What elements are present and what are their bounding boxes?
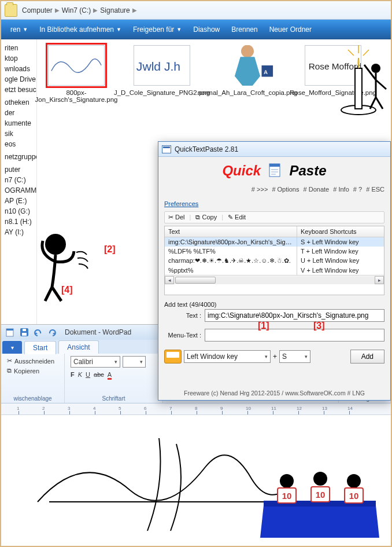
tab-start[interactable]: Start xyxy=(24,341,56,354)
address-bar[interactable]: Computer▶ Win7 (C:)▶ Signature▶ xyxy=(1,1,391,20)
cmd-slideshow[interactable]: Diashow xyxy=(187,23,225,36)
nav-item[interactable]: puter xyxy=(1,164,36,175)
cell-shortcut: S + Left Window key xyxy=(297,237,384,247)
list-row[interactable]: %pptxt%V + Left Window key xyxy=(165,266,384,275)
cmd-newfolder[interactable]: Neuer Ordner xyxy=(264,23,317,36)
strike-button[interactable]: abc xyxy=(94,371,104,380)
nav-item[interactable]: ktop xyxy=(1,53,36,64)
nav-item[interactable]: der xyxy=(1,108,36,118)
qtp-menu-help[interactable]: # ? xyxy=(353,186,362,193)
chevron-right-icon: ▶ xyxy=(93,7,98,13)
plus-label: + xyxy=(273,353,277,361)
nav-item[interactable]: etzt besucht xyxy=(1,85,36,95)
scroll-thumb[interactable] xyxy=(175,277,216,284)
crumb[interactable]: Signature xyxy=(100,6,130,14)
svg-rect-16 xyxy=(23,329,26,331)
nav-item[interactable]: otheken xyxy=(1,97,36,108)
tab-view[interactable]: Ansicht xyxy=(58,340,98,354)
underline-button[interactable]: U xyxy=(86,371,90,380)
list-row[interactable]: %LDF% %LTF%T + Left Window key xyxy=(165,247,384,256)
qtp-menu-donate[interactable]: # Donate xyxy=(304,186,330,193)
svg-point-1 xyxy=(241,45,254,58)
chevron-right-icon: ▶ xyxy=(55,7,60,13)
nav-item[interactable]: riten xyxy=(1,43,36,53)
copy-icon: ⧉ xyxy=(195,214,202,221)
qtp-menu-esc[interactable]: # ESC xyxy=(366,186,384,193)
qtp-del-button[interactable]: ✂ Del xyxy=(168,214,185,221)
qtp-entry-list[interactable]: Text Keyboard Shortcuts img:C:\Signature… xyxy=(164,226,384,295)
nav-item[interactable]: wnloads xyxy=(1,64,36,74)
qtp-preferences-link[interactable]: Preferences xyxy=(164,200,198,207)
chevron-down-icon: ▾ xyxy=(265,354,268,359)
cell-text: %pptxt% xyxy=(165,266,297,275)
nav-item[interactable]: kumente xyxy=(1,118,36,129)
svg-rect-6 xyxy=(355,68,362,109)
qtp-titlebar[interactable]: QuickTextPaste 2.81 xyxy=(158,142,390,157)
svg-text:10: 10 xyxy=(349,491,359,501)
group-clipboard-label: wischenablage xyxy=(7,395,58,402)
qtp-edit-button[interactable]: ✎ Edit xyxy=(228,214,246,221)
file-thumbnail xyxy=(48,45,105,86)
file-item[interactable]: ᴀ normal_Ah_Lara_Croft_copia.png xyxy=(213,45,282,103)
svg-rect-28 xyxy=(269,164,280,167)
scroll-track[interactable] xyxy=(174,276,375,284)
doodle-judges: 101010 xyxy=(260,453,382,540)
list-row[interactable]: img:C:\Signature\800px-Jon_Kirsch's_Sign… xyxy=(165,237,384,247)
text-input[interactable] xyxy=(205,309,384,322)
wordpad-file-menu[interactable]: ▾ xyxy=(2,341,22,354)
cmd-burn[interactable]: Brennen xyxy=(225,23,263,36)
font-name-combo[interactable]: Calibri▾ xyxy=(71,356,120,368)
qtp-menu-more[interactable]: # >>> xyxy=(252,186,268,193)
list-row[interactable]: charmap:❤.❅.☀.☂.♞.✈.☠.★.☆.☺.❄.☃.✿.U + Le… xyxy=(165,256,384,266)
crumb[interactable]: Win7 (C:) xyxy=(62,6,91,14)
nav-item[interactable]: netzgruppe xyxy=(1,152,36,162)
scroll-right-button[interactable]: ▸ xyxy=(375,276,384,284)
cmd-include[interactable]: In Bibliothek aufnehmen▼ xyxy=(34,23,127,36)
scissors-icon: ✂ xyxy=(168,214,175,221)
nav-item[interactable]: eos xyxy=(1,139,36,149)
hotkey-key-combo[interactable]: S▾ xyxy=(279,350,310,363)
add-button[interactable]: Add xyxy=(350,350,384,364)
file-item[interactable]: 800px-Jon_Kirsch's_Signature.png xyxy=(42,45,111,103)
redo-icon[interactable] xyxy=(47,328,57,337)
nav-item[interactable]: OGRAMME (D:) xyxy=(1,185,36,196)
wordpad-document[interactable]: 101010 xyxy=(12,415,387,544)
chevron-down-icon: ▾ xyxy=(305,354,308,359)
nav-item[interactable]: n7 (C:) xyxy=(1,175,36,185)
cut-button[interactable]: ✂Ausschneiden xyxy=(7,356,58,366)
cmd-share[interactable]: Freigeben für▼ xyxy=(127,23,187,36)
scroll-left-button[interactable]: ◂ xyxy=(165,276,174,284)
nav-item[interactable]: ogle Drive xyxy=(1,74,36,85)
list-hscrollbar[interactable]: ◂ ▸ xyxy=(165,275,384,284)
file-item[interactable]: Jwld J.h J_D_Cole_Signature_PNG2.png xyxy=(127,45,197,103)
breadcrumb[interactable]: Computer▶ Win7 (C:)▶ Signature▶ xyxy=(22,6,137,14)
hotkey-key-value: S xyxy=(282,353,287,361)
bold-button[interactable]: F xyxy=(71,371,75,380)
text-label: Text : xyxy=(164,312,201,319)
font-size-combo[interactable]: ▾ xyxy=(123,356,146,368)
cmd-organize[interactable]: ren▼ xyxy=(5,23,34,36)
crumb[interactable]: Computer xyxy=(22,6,53,14)
undo-icon[interactable] xyxy=(34,328,43,337)
italic-button[interactable]: K xyxy=(78,371,82,380)
qtp-menu-info[interactable]: # Info xyxy=(333,186,349,193)
nav-item[interactable]: n10 (G:) xyxy=(1,206,36,216)
hotkey-modifier-combo[interactable]: Left Window key▾ xyxy=(184,350,271,363)
qtp-menu-options[interactable]: # Options xyxy=(272,186,299,193)
wordpad-ruler[interactable]: 1234567891011121314 xyxy=(1,403,391,415)
doodle-thinker xyxy=(31,225,95,306)
chevron-down-icon: ▾ xyxy=(11,344,14,351)
col-shortcut[interactable]: Keyboard Shortcuts xyxy=(297,226,384,237)
keyboard-icon xyxy=(164,350,182,364)
wordpad-app-icon xyxy=(6,328,15,337)
save-icon[interactable] xyxy=(20,328,29,337)
menu-text-input[interactable] xyxy=(205,329,384,342)
col-text[interactable]: Text xyxy=(165,226,297,237)
font-color-button[interactable]: A xyxy=(108,371,112,380)
copy-button[interactable]: ⧉Kopieren xyxy=(7,366,58,376)
file-name: 800px-Jon_Kirsch's_Signature.png xyxy=(35,89,118,103)
nav-item[interactable]: AP (E:) xyxy=(1,196,36,206)
qtp-copy-button[interactable]: ⧉ Copy xyxy=(195,214,217,221)
qtp-footer: Freeware (c) Nenad Hrg 2012-2015 / www.S… xyxy=(158,390,390,397)
nav-item[interactable]: sik xyxy=(1,129,36,139)
